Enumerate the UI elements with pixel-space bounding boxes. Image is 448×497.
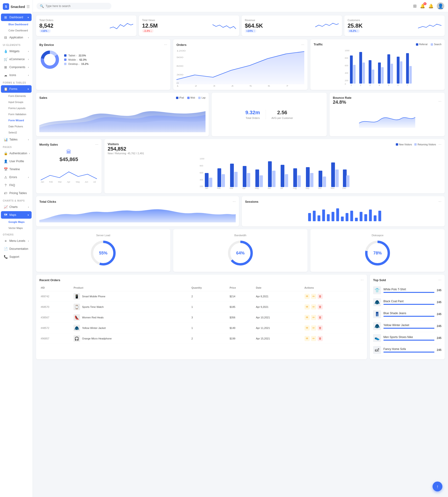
edit-button[interactable]: ✏ — [311, 325, 316, 331]
svg-rect-61 — [281, 165, 284, 187]
sidebar-item-date-pickers[interactable]: Date Pickers — [1, 124, 32, 129]
traffic-legend-referral: Referral — [416, 43, 428, 46]
desktop-dot — [64, 63, 66, 65]
stat-label: Customers — [348, 19, 363, 21]
row-monthly-visitors: Montly Sales ··· 🏛 $45,865 Jan Feb Mar A… — [36, 139, 445, 193]
card-menu-icon[interactable]: ··· — [361, 278, 364, 282]
sidebar-item-forms-layouts[interactable]: Forms Layouts — [1, 105, 32, 111]
view-button[interactable]: 👁 — [304, 294, 310, 299]
delete-button[interactable]: 🗑 — [318, 294, 323, 299]
card-menu-icon[interactable]: ··· — [301, 43, 304, 47]
edit-button[interactable]: ✏ — [311, 304, 316, 309]
chevron-right-icon: ‹ — [28, 36, 29, 39]
card-menu-icon[interactable]: ··· — [95, 142, 98, 146]
clicks-title: Total Clicks — [39, 200, 56, 203]
svg-rect-94 — [322, 209, 325, 221]
sidebar-item-charts[interactable]: 📈 Charts ‹ — [1, 203, 32, 211]
svg-rect-22 — [350, 55, 353, 84]
svg-text:300: 300 — [176, 74, 183, 76]
view-button[interactable]: 👁 — [304, 304, 310, 309]
card-menu-icon[interactable]: ··· — [438, 142, 441, 146]
svg-rect-29 — [353, 65, 355, 84]
charts-section-label: CHARTS & MAPS — [0, 197, 32, 203]
sidebar-item-form-wizard[interactable]: Form Wizard — [1, 117, 32, 123]
product-thumb: 📱 — [74, 293, 80, 300]
legend-item: Desktop - 15.2% — [64, 63, 88, 65]
sidebar-item-faq[interactable]: ? FAQ — [1, 181, 32, 189]
svg-rect-31 — [372, 69, 374, 84]
stat-value: 12.5M — [142, 22, 158, 29]
edit-button[interactable]: ✏ — [311, 336, 316, 341]
sidebar-item-select2[interactable]: Select2 — [1, 130, 32, 135]
bell-icon[interactable]: 🔔 — [428, 3, 433, 9]
avatar[interactable]: 👤 — [437, 2, 444, 10]
fab-button[interactable]: ↑ — [432, 481, 442, 491]
search-bar[interactable]: 🔍 — [36, 3, 112, 9]
sidebar-item-forms[interactable]: 📋 Forms ▾ — [1, 85, 32, 93]
svg-text:Jul: Jul — [280, 187, 283, 189]
card-menu-icon[interactable]: ··· — [438, 278, 441, 282]
bottom-grid: Recent Orders ··· #ID Product Quantity P… — [36, 275, 445, 359]
sidebar-item-components[interactable]: ⊞ Components ‹ — [1, 64, 32, 71]
sidebar-item-input-groups[interactable]: Input Groups — [1, 99, 32, 105]
sidebar-item-authentication[interactable]: 🔒 Authentication ‹ — [1, 150, 32, 157]
edit-button[interactable]: ✏ — [311, 294, 316, 299]
sidebar-item-form-validation[interactable]: Form Validation — [1, 112, 32, 117]
row-clicks-sessions: Total Clicks ··· Sessions — [36, 196, 445, 226]
delete-button[interactable]: 🗑 — [318, 315, 323, 320]
svg-text:2: 2 — [360, 84, 361, 86]
svg-rect-73 — [285, 174, 288, 187]
sidebar-item-maps[interactable]: 🗺 Maps ▾ — [1, 211, 32, 219]
menu-icon: ≡ — [4, 239, 7, 243]
view-button[interactable]: 👁 — [304, 325, 310, 331]
sidebar-item-timeline[interactable]: 📅 Timeline — [1, 165, 32, 173]
view-button[interactable]: 👁 — [304, 315, 310, 320]
card-menu-icon[interactable]: ··· — [233, 199, 236, 204]
notifications-icon[interactable]: 🔔 5 — [420, 3, 425, 9]
sidebar-item-ecommerce[interactable]: 🛒 eCommerce ‹ — [1, 55, 32, 63]
cell-product: ⌚ Sports Time Watch — [72, 302, 190, 312]
sidebar-item-user-profile[interactable]: 👤 User Profile — [1, 158, 32, 165]
stat-cards: Total Orders 8,542 +16% ↑ Total Views 12… — [36, 16, 445, 36]
edit-button[interactable]: ✏ — [311, 315, 316, 320]
grid-icon[interactable]: ⊞ — [413, 3, 417, 9]
sidebar-item-documentation[interactable]: 📄 Documentation — [1, 245, 32, 253]
list-item: 🧥 Black Coat Pant 245 — [373, 296, 441, 308]
card-menu-icon[interactable]: ··· — [164, 43, 167, 47]
hamburger-icon[interactable]: ☰ — [26, 4, 30, 9]
sidebar-item-blue-dashboard[interactable]: Blue Dashboard — [1, 21, 32, 27]
sidebar-item-menu-levels[interactable]: ≡ Menu Levels ‹ — [1, 237, 32, 245]
sessions-title: Sessions — [245, 200, 258, 203]
components-icon: ⊞ — [4, 65, 7, 69]
sidebar-item-tables[interactable]: 📊 Tables ‹ — [1, 136, 32, 143]
svg-rect-35 — [409, 66, 412, 84]
sidebar-item-widgets[interactable]: 💧 Widgets ‹ — [1, 48, 32, 55]
sidebar: S Snacked ☰ ⊞ Dashboard ▾ Blue Dashboard… — [0, 0, 33, 497]
view-button[interactable]: 👁 — [304, 336, 310, 341]
search-input[interactable] — [46, 4, 108, 8]
delete-button[interactable]: 🗑 — [318, 304, 323, 309]
svg-rect-23 — [359, 52, 362, 84]
card-menu-icon[interactable]: ··· — [438, 99, 441, 103]
row-device-orders-traffic: By Device ··· — [36, 39, 445, 90]
timeline-icon: 📅 — [4, 167, 7, 171]
product-thumb: 🧥 — [74, 325, 80, 331]
delete-button[interactable]: 🗑 — [318, 325, 323, 331]
sidebar-item-form-elements[interactable]: Form Elements — [1, 93, 32, 99]
sidebar-item-application[interactable]: ⊟ Application ‹ — [1, 34, 32, 41]
sidebar-item-google-maps[interactable]: Google Maps — [1, 219, 32, 225]
delete-button[interactable]: 🗑 — [318, 336, 323, 341]
sidebar-item-support[interactable]: 📞 Support — [1, 253, 32, 260]
sidebar-item-vector-maps[interactable]: Vector Maps — [1, 225, 32, 231]
sidebar-item-pricing[interactable]: 🏷 Pricing Tables — [1, 189, 32, 197]
sidebar-item-color-dashboard[interactable]: Color Dashboard — [1, 28, 32, 33]
sidebar-item-icons[interactable]: ☁ Icons ‹ — [1, 71, 32, 79]
top-sold-thumb: 🧥 — [373, 322, 381, 330]
pricing-icon: 🏷 — [4, 191, 7, 195]
top-sold-thumb: 🧥 — [373, 298, 381, 306]
faq-icon: ? — [4, 183, 7, 187]
application-icon: ⊟ — [4, 36, 7, 39]
card-menu-icon[interactable]: ··· — [438, 199, 441, 204]
sidebar-item-errors[interactable]: ⚠ Errors ‹ — [1, 174, 32, 181]
sidebar-item-dashboard[interactable]: ⊞ Dashboard ▾ — [1, 14, 32, 21]
